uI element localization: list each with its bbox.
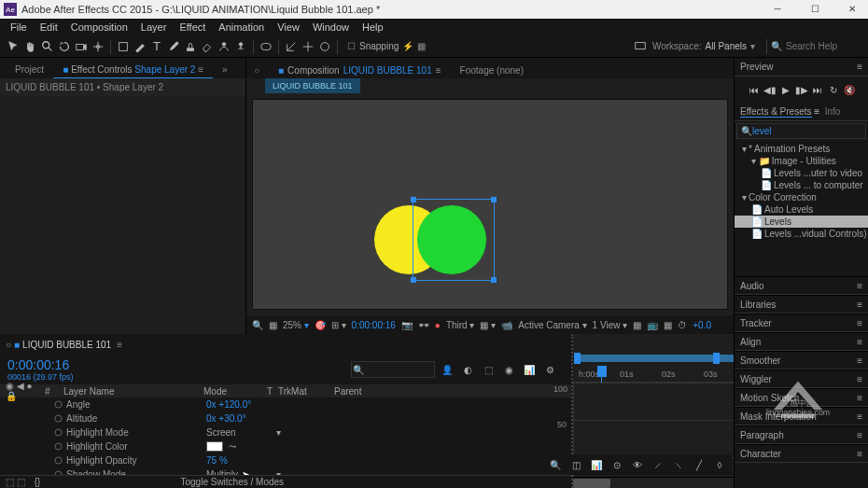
close-button[interactable]: ✕ (840, 0, 864, 17)
world-axis-icon[interactable] (300, 38, 316, 55)
graph-type-icon[interactable]: 📊 (588, 456, 605, 473)
audio-panel-header[interactable]: Audio≡ (735, 276, 868, 295)
render-queue-icon[interactable]: ⬚ ⬚ (6, 477, 25, 487)
snapping-toggle[interactable]: ☐Snapping ⚡▦ (347, 41, 426, 51)
environment-tool-icon[interactable] (258, 38, 274, 55)
fit-icon[interactable]: ◫ (567, 456, 584, 473)
draft-icon[interactable]: ◐ (459, 361, 476, 378)
motion-blur-icon[interactable]: ◉ (500, 361, 517, 378)
timeline-lock-icon[interactable]: ○ (6, 340, 11, 350)
preview-panel-header[interactable]: Preview ≡ (735, 58, 868, 77)
graph-options-icon[interactable]: 🔍 (547, 456, 564, 473)
view-dropdown[interactable]: 1 View ▾ (593, 320, 628, 330)
timeline-search[interactable] (351, 361, 435, 378)
timecode[interactable]: 0:00:00:16 (7, 357, 74, 372)
mute-icon[interactable]: 🔇 (842, 82, 857, 97)
color-icon[interactable]: ● (435, 320, 441, 330)
region-icon[interactable]: ▦ ▾ (480, 320, 496, 330)
menu-composition[interactable]: Composition (66, 21, 133, 33)
motion-sketch-panel-header[interactable]: Motion Sketch≡ (735, 388, 868, 407)
camera-tool-icon[interactable] (73, 38, 90, 55)
text-tool-icon[interactable]: T (148, 38, 165, 55)
prev-frame-icon[interactable]: ◀▮ (763, 82, 777, 97)
tab-footage[interactable]: Footage (none) (451, 63, 533, 78)
eyedropper-icon[interactable]: ⤳ (229, 441, 236, 452)
graph-editor-icon[interactable]: 📊 (521, 361, 538, 378)
maximize-button[interactable]: ☐ (803, 0, 827, 17)
zoom-tool-icon[interactable] (39, 38, 56, 55)
play-icon[interactable]: ▶ (778, 82, 793, 97)
tree-image-utilities[interactable]: ▾ 📁 Image - Utilities (735, 155, 868, 167)
smoother-panel-header[interactable]: Smoother≡ (735, 351, 868, 369)
libraries-panel-header[interactable]: Libraries≡ (735, 295, 868, 314)
menu-file[interactable]: File (6, 21, 32, 33)
expand-icon[interactable]: {} (35, 477, 41, 487)
viewer-lock-icon[interactable]: ○ (252, 63, 269, 78)
align-panel-header[interactable]: Align≡ (735, 332, 868, 351)
tree-color-correction[interactable]: ▾ Color Correction (735, 191, 868, 203)
frame-blend-icon[interactable]: ⬚ (480, 361, 497, 378)
local-axis-icon[interactable] (283, 38, 300, 55)
view-axis-icon[interactable] (316, 38, 333, 55)
exposure-value[interactable]: +0.0 (693, 320, 711, 330)
zoom-dropdown[interactable]: 25% ▾ (283, 320, 309, 330)
tab-composition[interactable]: ■Composition LIQUID BUBBLE 101 ≡ (269, 63, 451, 78)
timeline-rows[interactable]: Angle0x +120.0° Altitude0x +30.0° Highli… (0, 397, 571, 475)
linear-icon[interactable]: ╱ (691, 456, 707, 473)
last-frame-icon[interactable]: ⏭ (810, 82, 825, 97)
eraser-tool-icon[interactable] (199, 38, 216, 55)
anchor-tool-icon[interactable] (90, 38, 106, 55)
quality-dropdown[interactable]: Third ▾ (446, 320, 475, 330)
tracker-panel-header[interactable]: Tracker≡ (735, 314, 868, 332)
ease-icon[interactable]: ⟋ (650, 456, 666, 473)
stamp-tool-icon[interactable] (182, 38, 199, 55)
shape-tool-icon[interactable] (115, 38, 132, 55)
shy-icon[interactable]: 👤 (439, 361, 455, 378)
pen-tool-icon[interactable] (132, 38, 148, 55)
tree-animation-presets[interactable]: ▾ * Animation Presets (735, 143, 868, 155)
brain-icon[interactable]: ⚙ (541, 361, 558, 378)
search-help-input[interactable] (786, 41, 861, 51)
grid-icon[interactable]: 🎯 (315, 320, 326, 330)
menu-animation[interactable]: Animation (214, 21, 269, 33)
mask-interpolation-panel-header[interactable]: Mask Interpolation≡ (735, 407, 868, 425)
toggle-switches[interactable]: Toggle Switches / Modes (180, 477, 284, 487)
tree-item[interactable]: 📄 Levels ...uter to video (735, 167, 868, 179)
viewer-canvas[interactable] (252, 99, 728, 310)
workspace-dropdown[interactable]: All Panels (706, 41, 747, 51)
screen-icon[interactable] (632, 38, 649, 55)
character-panel-header[interactable]: Character≡ (735, 444, 868, 463)
highlight-mode-dropdown[interactable]: Screen▾ (206, 427, 281, 438)
rotate-tool-icon[interactable] (56, 38, 73, 55)
hand-tool-icon[interactable] (22, 38, 39, 55)
tree-item[interactable]: 📄 Levels ... to computer (735, 179, 868, 191)
snap-icon[interactable]: ⊙ (609, 456, 625, 473)
auto-icon[interactable]: ◊ (711, 456, 728, 473)
roto-tool-icon[interactable] (216, 38, 232, 55)
magnify-icon[interactable]: 🔍 (252, 320, 263, 330)
next-frame-icon[interactable]: ▮▶ (794, 82, 809, 97)
menu-edit[interactable]: Edit (35, 21, 63, 33)
tab-effect-controls[interactable]: ■Effect Controls Shape Layer 2 ≡ (53, 62, 213, 78)
menu-view[interactable]: View (273, 21, 304, 33)
selection-tool-icon[interactable] (6, 38, 22, 55)
first-frame-icon[interactable]: ⏮ (747, 82, 762, 97)
cam-icon[interactable]: 📹 (501, 320, 512, 330)
snapshot-icon[interactable]: 📷 (401, 320, 413, 330)
timeline-tab[interactable]: LIQUID BUBBLE 101 (22, 340, 111, 350)
paragraph-panel-header[interactable]: Paragraph≡ (735, 425, 868, 444)
highlight-color-swatch[interactable] (206, 441, 223, 452)
tab-project[interactable]: Project (6, 62, 53, 78)
res-icon[interactable]: ▦ (269, 320, 277, 330)
brush-tool-icon[interactable] (165, 38, 182, 55)
composition-name[interactable]: LIQUID BUBBLE 101 (265, 78, 360, 93)
effects-search-input[interactable] (752, 126, 868, 136)
camera-dropdown[interactable]: Active Camera ▾ (518, 320, 586, 330)
tree-auto-levels[interactable]: 📄 Auto Levels (735, 203, 868, 216)
effects-presets-header[interactable]: Effects & Presets ≡ Info (735, 103, 868, 121)
timecode-viewer[interactable]: 0:00:00:16 (352, 320, 396, 330)
puppet-tool-icon[interactable] (232, 38, 249, 55)
pixel-icon[interactable]: ▦ (633, 320, 641, 330)
menu-layer[interactable]: Layer (136, 21, 172, 33)
transparency-icon[interactable]: ▦ (664, 320, 672, 330)
